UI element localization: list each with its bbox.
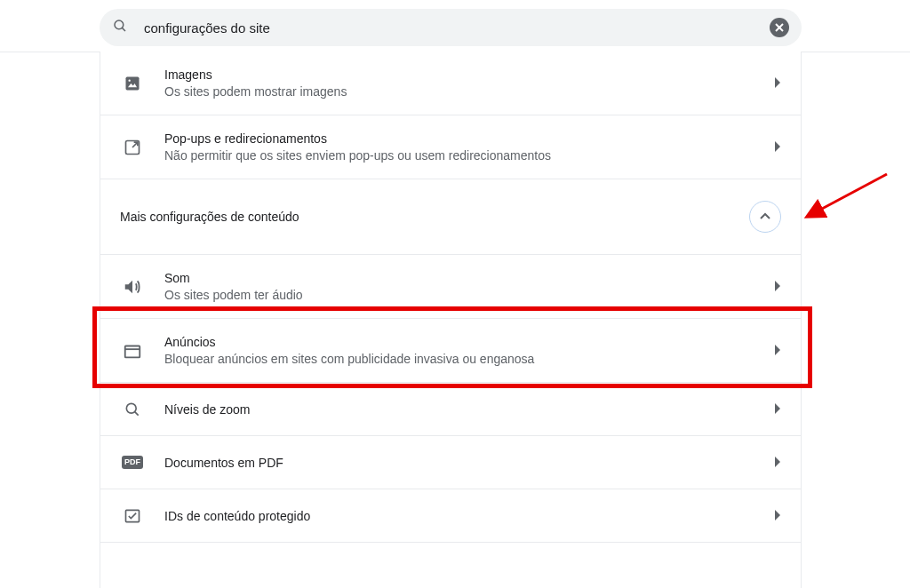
- row-subtitle: Os sites podem mostrar imagens: [164, 84, 774, 99]
- svg-point-15: [126, 403, 136, 413]
- clear-search-button[interactable]: [770, 18, 789, 37]
- row-imagens[interactable]: Imagens Os sites podem mostrar imagens: [100, 52, 801, 115]
- svg-marker-10: [775, 141, 780, 152]
- svg-marker-18: [775, 457, 780, 467]
- search-input-value[interactable]: configurações do site: [144, 20, 770, 36]
- svg-rect-12: [125, 346, 140, 357]
- svg-line-1: [122, 28, 125, 31]
- popup-icon: [120, 139, 145, 156]
- svg-marker-17: [775, 403, 780, 414]
- row-som[interactable]: Som Os sites podem ter áudio: [100, 255, 801, 319]
- chevron-right-icon: [774, 279, 781, 295]
- row-title: IDs de conteúdo protegido: [164, 509, 774, 523]
- settings-search-bar[interactable]: configurações do site: [100, 9, 802, 46]
- row-title: Documentos em PDF: [164, 456, 774, 470]
- ads-icon: [120, 341, 145, 361]
- row-title: Imagens: [164, 68, 774, 82]
- row-ids-protegido[interactable]: IDs de conteúdo protegido: [100, 489, 801, 543]
- svg-marker-20: [775, 510, 780, 520]
- section-header-label: Mais configurações de conteúdo: [120, 210, 299, 224]
- row-subtitle: Não permitir que os sites enviem pop-ups…: [164, 148, 774, 163]
- svg-marker-11: [775, 281, 780, 291]
- row-subtitle: Os sites podem ter áudio: [164, 288, 774, 302]
- settings-panel: Imagens Os sites podem mostrar imagens P…: [100, 52, 802, 588]
- row-subtitle: Bloquear anúncios em sites com publicida…: [164, 352, 774, 366]
- chevron-right-icon: [774, 75, 781, 91]
- svg-marker-14: [775, 345, 780, 355]
- svg-point-0: [115, 20, 124, 29]
- image-icon: [120, 75, 145, 92]
- svg-line-9: [132, 142, 138, 147]
- chevron-right-icon: [774, 401, 781, 417]
- section-mais-configuracoes[interactable]: Mais configurações de conteúdo: [100, 179, 801, 255]
- row-title: Níveis de zoom: [164, 402, 774, 417]
- chevron-right-icon: [774, 508, 781, 524]
- zoom-icon: [120, 401, 145, 418]
- row-pdf[interactable]: PDF Documentos em PDF: [100, 436, 801, 489]
- row-anuncios[interactable]: Anúncios Bloquear anúncios em sites com …: [100, 319, 801, 383]
- chevron-right-icon: [774, 455, 781, 471]
- row-title: Anúncios: [164, 335, 774, 349]
- row-popups[interactable]: Pop-ups e redirecionamentos Não permitir…: [100, 115, 801, 179]
- row-title: Som: [164, 271, 774, 285]
- svg-line-22: [809, 174, 887, 216]
- svg-rect-4: [126, 76, 140, 90]
- row-title: Pop-ups e redirecionamentos: [164, 131, 774, 146]
- chevron-right-icon: [774, 139, 781, 155]
- protected-content-icon: [120, 507, 145, 525]
- sound-icon: [120, 277, 145, 297]
- collapse-button[interactable]: [749, 201, 781, 233]
- chevron-right-icon: [774, 343, 781, 359]
- svg-point-6: [129, 79, 131, 81]
- svg-marker-7: [775, 77, 780, 88]
- annotation-arrow: [798, 167, 896, 229]
- search-icon: [112, 18, 128, 37]
- row-zoom[interactable]: Níveis de zoom: [100, 383, 801, 436]
- svg-line-16: [135, 411, 139, 415]
- pdf-icon: PDF: [120, 456, 145, 469]
